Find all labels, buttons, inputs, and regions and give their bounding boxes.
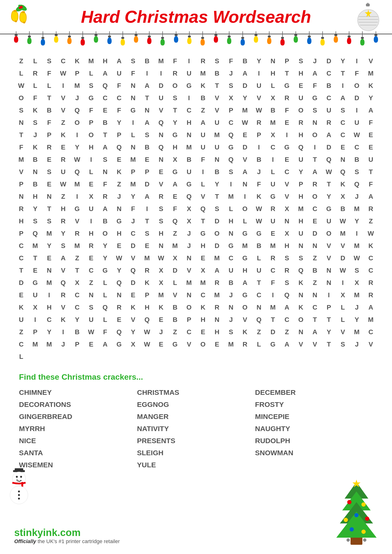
grid-cell: M: [42, 338, 56, 351]
grid-cell: B: [266, 104, 280, 117]
grid-cell: U: [322, 215, 336, 227]
grid-cell: C: [308, 203, 322, 215]
svg-point-40: [350, 527, 354, 532]
svg-point-39: [365, 517, 369, 521]
grid-cell: E: [196, 252, 210, 264]
grid-cell: O: [322, 227, 336, 240]
grid-cell: E: [112, 153, 126, 166]
grid-cell: Y: [238, 92, 252, 104]
grid-cell: S: [280, 277, 294, 289]
grid-cell: Y: [42, 240, 56, 252]
grid-cell: F: [252, 178, 266, 190]
grid-cell: W: [252, 215, 266, 227]
grid-cell: L: [14, 351, 28, 363]
word-grid: ZLSCKMHASBMFIRSFBYNPSJDYIVLRFWPLAUFIIRUM…: [14, 55, 378, 363]
grid-cell: P: [252, 129, 266, 141]
grid-cell: I: [42, 289, 56, 301]
grid-cell: Z: [168, 326, 182, 338]
grid-cell: Z: [70, 252, 84, 264]
grid-cell: K: [336, 178, 350, 190]
word-item: DECORATIONS: [19, 398, 137, 410]
grid-cell: I: [336, 277, 350, 289]
grid-cell: V: [196, 190, 210, 203]
grid-cell: D: [210, 215, 224, 227]
grid-cell: R: [280, 92, 294, 104]
grid-cell: Y: [322, 190, 336, 203]
grid-cell: K: [28, 104, 42, 117]
grid-cell: M: [350, 240, 364, 252]
grid-cell: E: [84, 252, 98, 264]
svg-point-29: [18, 498, 20, 499]
grid-cell: G: [112, 338, 126, 351]
grid-cell: A: [238, 166, 252, 178]
grid-cell: I: [252, 67, 266, 80]
grid-cell: X: [336, 289, 350, 301]
grid-cell: U: [210, 117, 224, 129]
grid-cell: U: [350, 117, 364, 129]
word-item: NICE: [19, 435, 137, 447]
grid-cell: G: [224, 240, 238, 252]
grid-cell: V: [70, 215, 84, 227]
grid-cell: F: [28, 92, 42, 104]
tree-decoration: [330, 480, 383, 547]
grid-cell: R: [364, 203, 378, 215]
grid-cell: J: [350, 338, 364, 351]
grid-cell: R: [112, 301, 126, 314]
grid-cell: F: [84, 104, 98, 117]
grid-cell: L: [28, 55, 42, 67]
grid-cell: D: [126, 240, 140, 252]
grid-cell: N: [126, 141, 140, 153]
word-item: MYRRH: [19, 422, 137, 435]
svg-point-21: [17, 480, 18, 481]
grid-cell: F: [112, 104, 126, 117]
grid-cell: L: [28, 80, 42, 92]
word-item: MANGER: [137, 410, 255, 422]
grid-cell: X: [168, 252, 182, 264]
grid-cell: R: [308, 178, 322, 190]
grid-cell: K: [140, 277, 154, 289]
grid-cell: P: [112, 129, 126, 141]
grid-cell: Y: [168, 117, 182, 129]
light-bulb: [107, 31, 112, 45]
grid-cell: E: [28, 264, 42, 277]
grid-cell: C: [84, 264, 98, 277]
svg-point-23: [19, 481, 20, 482]
grid-cell: F: [350, 67, 364, 80]
light-bulb: [214, 31, 218, 45]
grid-cell: F: [364, 117, 378, 129]
grid-cell: K: [238, 326, 252, 338]
grid-cell: N: [126, 92, 140, 104]
grid-cell: T: [322, 178, 336, 190]
grid-cell: M: [182, 141, 196, 153]
grid-cell: N: [14, 190, 28, 203]
grid-cell: L: [266, 80, 280, 92]
grid-cell: R: [252, 117, 266, 129]
footer-logo-domain-dot: .: [57, 527, 60, 538]
find-label: Find these Christmas crackers...: [19, 372, 373, 381]
grid-cell: J: [70, 92, 84, 104]
grid-cell: V: [210, 92, 224, 104]
grid-cell: E: [294, 80, 308, 92]
word-item: PRESENTS: [137, 435, 255, 447]
word-item: CHRISTMAS: [137, 386, 255, 398]
grid-cell: G: [182, 80, 196, 92]
grid-cell: W: [350, 252, 364, 264]
grid-cell: T: [266, 314, 280, 326]
grid-cell: M: [364, 67, 378, 80]
grid-cell: G: [224, 141, 238, 153]
grid-cell: U: [84, 203, 98, 215]
grid-cell: N: [322, 277, 336, 289]
grid-cell: S: [14, 104, 28, 117]
grid-cell: W: [140, 338, 154, 351]
words-col-3: DECEMBERFROSTYMINCEPIENAUGHTYRUDOLPHSNOW…: [255, 386, 373, 471]
grid-cell: A: [280, 301, 294, 314]
grid-cell: S: [336, 338, 350, 351]
grid-cell: U: [364, 153, 378, 166]
grid-cell: Z: [112, 178, 126, 190]
grid-cell: G: [280, 80, 294, 92]
grid-cell: U: [294, 92, 308, 104]
grid-cell: G: [182, 178, 196, 190]
grid-cell: E: [210, 338, 224, 351]
grid-cell: V: [322, 240, 336, 252]
grid-cell: V: [308, 338, 322, 351]
